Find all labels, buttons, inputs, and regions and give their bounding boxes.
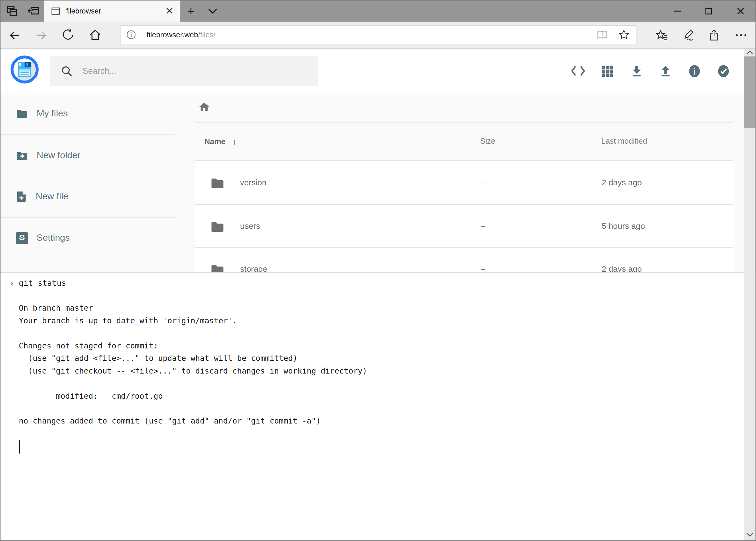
more-menu-button[interactable]: [730, 22, 752, 48]
chevron-down-icon: [208, 8, 217, 14]
file-modified: 2 days ago: [602, 264, 642, 272]
tab-list-chevron-button[interactable]: [202, 0, 224, 22]
favorites-hub-button[interactable]: [651, 22, 672, 48]
terminal-panel[interactable]: ›git status On branch master Your branch…: [0, 272, 756, 541]
raw-editor-button[interactable]: [568, 49, 589, 93]
web-note-button[interactable]: [677, 22, 699, 48]
sidebar-item-new-folder[interactable]: New folder: [0, 144, 175, 168]
sidebar-divider: [0, 134, 175, 135]
sidebar-item-label: New folder: [37, 150, 81, 161]
new-tab-icon: +: [187, 5, 195, 17]
column-header-name[interactable]: Name ↑: [204, 137, 237, 147]
close-button[interactable]: [730, 0, 752, 22]
file-name: storage: [240, 264, 267, 272]
table-row-storage[interactable]: storage – 2 days ago: [195, 247, 733, 272]
home-icon: [89, 28, 102, 41]
address-bar[interactable]: filebrowser.web/files/: [121, 25, 636, 44]
table-row-version[interactable]: version – 2 days ago: [195, 161, 733, 204]
folder-icon: [210, 176, 225, 189]
maximize-button[interactable]: [698, 0, 720, 22]
search-bar[interactable]: [50, 56, 318, 86]
breadcrumb-home-button[interactable]: [198, 101, 210, 113]
refresh-icon: [62, 28, 75, 41]
url-path: /files/: [198, 31, 216, 39]
favorites-list-icon: [655, 28, 668, 42]
set-tabs-aside-icon: [27, 4, 40, 17]
home-icon: [198, 101, 210, 113]
download-button[interactable]: [626, 49, 647, 93]
file-size: –: [481, 264, 485, 272]
browser-window: filebrowser +: [0, 0, 756, 541]
search-icon: [61, 65, 73, 77]
info-button[interactable]: [684, 49, 705, 93]
prompt-chevron-icon: ›: [9, 277, 19, 289]
file-rows: version – 2 days ago users – 5 hours ago: [195, 160, 733, 272]
table-header: Name ↑ Size Last modified: [195, 137, 733, 149]
new-tab-button[interactable]: +: [181, 0, 200, 22]
table-row-users[interactable]: users – 5 hours ago: [195, 204, 733, 247]
scroll-down-icon[interactable]: [744, 532, 755, 537]
sidebar-item-settings[interactable]: ⚙ Settings: [0, 226, 175, 250]
search-input[interactable]: [82, 66, 296, 77]
column-header-size[interactable]: Size: [480, 137, 495, 146]
scrollbar-thumb[interactable]: [744, 56, 755, 128]
folder-icon: [210, 220, 225, 233]
filebrowser-logo[interactable]: [11, 55, 39, 84]
close-icon: [736, 6, 745, 15]
upload-icon: [659, 64, 672, 77]
browser-tab[interactable]: filebrowser: [44, 0, 180, 22]
new-file-icon: [16, 191, 27, 203]
browser-toolbar: filebrowser.web/files/: [0, 22, 756, 49]
tab-close-icon[interactable]: [166, 7, 173, 15]
select-multiple-button[interactable]: [712, 49, 734, 93]
share-button[interactable]: [704, 22, 725, 48]
refresh-button[interactable]: [58, 22, 79, 48]
upload-button[interactable]: [655, 49, 676, 93]
back-icon: [8, 28, 21, 42]
home-button[interactable]: [85, 22, 106, 48]
forward-button[interactable]: [31, 22, 52, 48]
terminal-output: On branch master Your branch is up to da…: [19, 289, 756, 427]
maximize-icon: [704, 6, 713, 15]
tab-preview-button[interactable]: [1, 0, 23, 22]
add-favorite-star-icon[interactable]: [618, 29, 630, 41]
set-tabs-aside-button[interactable]: [23, 0, 44, 22]
tab-preview-icon: [6, 5, 18, 17]
settings-icon: ⚙: [16, 232, 28, 244]
sidebar: My files New folder: [0, 93, 178, 272]
breadcrumb-divider: [195, 122, 733, 123]
back-button[interactable]: [4, 22, 25, 48]
reading-view-icon[interactable]: [596, 29, 609, 41]
sidebar-item-my-files[interactable]: My files: [0, 101, 175, 125]
pen-icon: [681, 28, 695, 42]
file-name: users: [240, 221, 260, 231]
download-icon: [630, 64, 643, 77]
grid-view-button[interactable]: [597, 49, 618, 93]
file-size: –: [481, 178, 485, 188]
sidebar-item-label: Settings: [37, 233, 70, 243]
new-folder-icon: [16, 149, 28, 162]
file-listing: Name ↑ Size Last modified version – 2 da…: [195, 93, 733, 272]
minimize-button[interactable]: [666, 0, 688, 22]
sort-ascending-icon: ↑: [232, 137, 237, 147]
file-size: –: [481, 221, 485, 231]
site-info-icon[interactable]: [126, 30, 136, 40]
sidebar-item-label: New file: [36, 191, 68, 202]
check-circle-icon: [717, 64, 730, 78]
file-modified: 5 hours ago: [602, 221, 645, 231]
filebrowser-header: [0, 49, 756, 93]
tab-favicon-icon: [51, 6, 61, 16]
page-scrollbar[interactable]: [744, 49, 755, 540]
ellipsis-icon: [736, 34, 746, 36]
tab-title: filebrowser: [66, 7, 166, 15]
column-header-modified[interactable]: Last modified: [601, 137, 647, 146]
share-icon: [708, 28, 721, 42]
sidebar-divider: [0, 217, 175, 218]
url-text[interactable]: filebrowser.web/files/: [146, 31, 215, 39]
file-name: version: [240, 178, 267, 188]
scroll-up-icon[interactable]: [744, 50, 755, 55]
sidebar-item-label: My files: [37, 108, 68, 119]
titlebar: filebrowser +: [0, 0, 756, 22]
minimize-icon: [673, 6, 682, 15]
sidebar-item-new-file[interactable]: New file: [0, 184, 175, 208]
